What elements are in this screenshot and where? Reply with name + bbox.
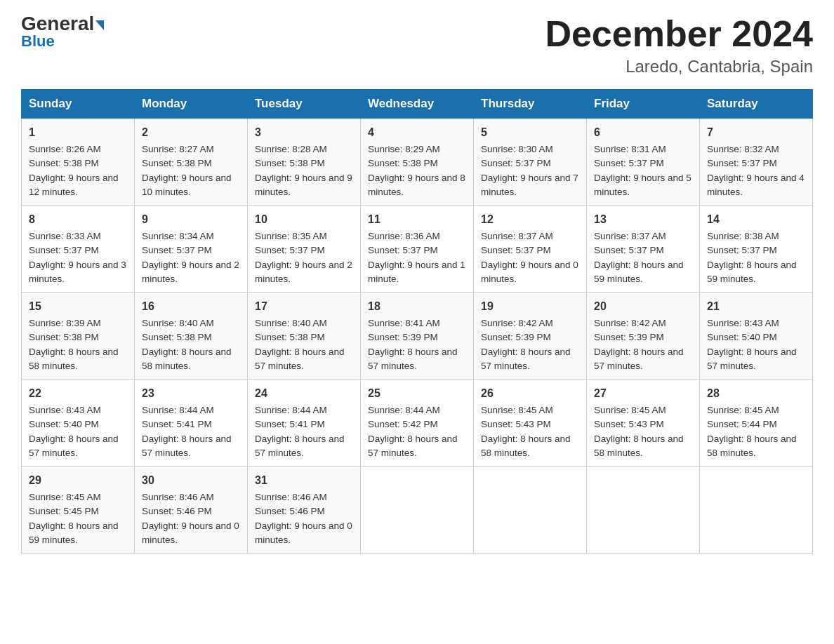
calendar-cell: 14Sunrise: 8:38 AMSunset: 5:37 PMDayligh… xyxy=(700,206,813,293)
daylight-text: Daylight: 8 hours and 57 minutes. xyxy=(481,347,571,371)
calendar-cell: 27Sunrise: 8:45 AMSunset: 5:43 PMDayligh… xyxy=(587,380,700,467)
sunset-text: Sunset: 5:37 PM xyxy=(481,158,551,168)
calendar-cell: 7Sunrise: 8:32 AMSunset: 5:37 PMDaylight… xyxy=(700,119,813,206)
daylight-text: Daylight: 9 hours and 0 minutes. xyxy=(255,521,352,545)
calendar-week-4: 22Sunrise: 8:43 AMSunset: 5:40 PMDayligh… xyxy=(22,380,813,467)
day-number: 25 xyxy=(368,385,466,402)
sunrise-text: Sunrise: 8:45 AM xyxy=(29,492,101,502)
day-number: 18 xyxy=(368,298,466,315)
daylight-text: Daylight: 9 hours and 9 minutes. xyxy=(255,173,352,197)
sunrise-text: Sunrise: 8:40 AM xyxy=(255,318,327,328)
daylight-text: Daylight: 9 hours and 4 minutes. xyxy=(707,173,805,197)
location-title: Laredo, Cantabria, Spain xyxy=(545,57,813,76)
daylight-text: Daylight: 8 hours and 59 minutes. xyxy=(29,521,119,545)
sunrise-text: Sunrise: 8:30 AM xyxy=(481,144,553,154)
calendar-cell xyxy=(361,467,474,554)
day-number: 9 xyxy=(142,211,240,228)
sunset-text: Sunset: 5:39 PM xyxy=(368,332,438,342)
sunrise-text: Sunrise: 8:45 AM xyxy=(481,405,553,415)
sunset-text: Sunset: 5:37 PM xyxy=(368,245,438,255)
daylight-text: Daylight: 8 hours and 59 minutes. xyxy=(707,260,797,284)
day-number: 13 xyxy=(594,211,692,228)
page-header: General Blue December 2024 Laredo, Canta… xyxy=(21,14,813,76)
sunset-text: Sunset: 5:39 PM xyxy=(594,332,664,342)
sunset-text: Sunset: 5:37 PM xyxy=(594,245,664,255)
sunrise-text: Sunrise: 8:37 AM xyxy=(594,231,666,241)
daylight-text: Daylight: 8 hours and 57 minutes. xyxy=(368,434,458,458)
sunrise-text: Sunrise: 8:44 AM xyxy=(368,405,440,415)
sunset-text: Sunset: 5:38 PM xyxy=(255,158,325,168)
sunrise-text: Sunrise: 8:45 AM xyxy=(707,405,779,415)
daylight-text: Daylight: 9 hours and 10 minutes. xyxy=(142,173,232,197)
daylight-text: Daylight: 9 hours and 2 minutes. xyxy=(142,260,239,284)
day-number: 31 xyxy=(255,472,353,489)
calendar-cell: 26Sunrise: 8:45 AMSunset: 5:43 PMDayligh… xyxy=(474,380,587,467)
day-number: 6 xyxy=(594,124,692,141)
calendar-cell: 16Sunrise: 8:40 AMSunset: 5:38 PMDayligh… xyxy=(135,293,248,380)
sunrise-text: Sunrise: 8:29 AM xyxy=(368,144,440,154)
sunset-text: Sunset: 5:37 PM xyxy=(142,245,212,255)
calendar-week-5: 29Sunrise: 8:45 AMSunset: 5:45 PMDayligh… xyxy=(22,467,813,554)
sunset-text: Sunset: 5:41 PM xyxy=(255,419,325,429)
month-title: December 2024 xyxy=(545,14,813,54)
header-tuesday: Tuesday xyxy=(248,90,361,119)
sunrise-text: Sunrise: 8:41 AM xyxy=(368,318,440,328)
logo-general: General xyxy=(21,14,104,34)
daylight-text: Daylight: 8 hours and 57 minutes. xyxy=(255,434,345,458)
sunrise-text: Sunrise: 8:40 AM xyxy=(142,318,214,328)
calendar-cell xyxy=(700,467,813,554)
calendar-cell: 25Sunrise: 8:44 AMSunset: 5:42 PMDayligh… xyxy=(361,380,474,467)
title-block: December 2024 Laredo, Cantabria, Spain xyxy=(545,14,813,76)
day-number: 17 xyxy=(255,298,353,315)
sunset-text: Sunset: 5:37 PM xyxy=(481,245,551,255)
sunset-text: Sunset: 5:38 PM xyxy=(142,332,212,342)
day-number: 26 xyxy=(481,385,579,402)
calendar-cell: 8Sunrise: 8:33 AMSunset: 5:37 PMDaylight… xyxy=(22,206,135,293)
sunset-text: Sunset: 5:40 PM xyxy=(29,419,99,429)
sunrise-text: Sunrise: 8:45 AM xyxy=(594,405,666,415)
calendar-header-row: SundayMondayTuesdayWednesdayThursdayFrid… xyxy=(22,90,813,119)
calendar-cell: 31Sunrise: 8:46 AMSunset: 5:46 PMDayligh… xyxy=(248,467,361,554)
daylight-text: Daylight: 9 hours and 2 minutes. xyxy=(255,260,352,284)
calendar-cell: 10Sunrise: 8:35 AMSunset: 5:37 PMDayligh… xyxy=(248,206,361,293)
day-number: 27 xyxy=(594,385,692,402)
calendar-cell: 1Sunrise: 8:26 AMSunset: 5:38 PMDaylight… xyxy=(22,119,135,206)
sunrise-text: Sunrise: 8:38 AM xyxy=(707,231,779,241)
day-number: 11 xyxy=(368,211,466,228)
calendar-week-1: 1Sunrise: 8:26 AMSunset: 5:38 PMDaylight… xyxy=(22,119,813,206)
header-monday: Monday xyxy=(135,90,248,119)
sunset-text: Sunset: 5:37 PM xyxy=(255,245,325,255)
day-number: 8 xyxy=(29,211,127,228)
calendar-cell: 4Sunrise: 8:29 AMSunset: 5:38 PMDaylight… xyxy=(361,119,474,206)
sunrise-text: Sunrise: 8:42 AM xyxy=(481,318,553,328)
calendar-cell: 6Sunrise: 8:31 AMSunset: 5:37 PMDaylight… xyxy=(587,119,700,206)
day-number: 21 xyxy=(707,298,805,315)
daylight-text: Daylight: 8 hours and 57 minutes. xyxy=(594,347,684,371)
sunset-text: Sunset: 5:42 PM xyxy=(368,419,438,429)
sunset-text: Sunset: 5:39 PM xyxy=(481,332,551,342)
logo-blue: Blue xyxy=(21,32,55,51)
calendar-cell: 13Sunrise: 8:37 AMSunset: 5:37 PMDayligh… xyxy=(587,206,700,293)
header-sunday: Sunday xyxy=(22,90,135,119)
calendar-cell: 12Sunrise: 8:37 AMSunset: 5:37 PMDayligh… xyxy=(474,206,587,293)
sunrise-text: Sunrise: 8:27 AM xyxy=(142,144,214,154)
calendar-cell: 22Sunrise: 8:43 AMSunset: 5:40 PMDayligh… xyxy=(22,380,135,467)
sunset-text: Sunset: 5:46 PM xyxy=(142,506,212,516)
sunrise-text: Sunrise: 8:36 AM xyxy=(368,231,440,241)
daylight-text: Daylight: 8 hours and 58 minutes. xyxy=(142,347,232,371)
calendar-cell xyxy=(587,467,700,554)
calendar-table: SundayMondayTuesdayWednesdayThursdayFrid… xyxy=(21,89,813,554)
sunrise-text: Sunrise: 8:39 AM xyxy=(29,318,101,328)
calendar-cell xyxy=(474,467,587,554)
day-number: 24 xyxy=(255,385,353,402)
day-number: 23 xyxy=(142,385,240,402)
daylight-text: Daylight: 8 hours and 58 minutes. xyxy=(707,434,797,458)
day-number: 2 xyxy=(142,124,240,141)
sunset-text: Sunset: 5:37 PM xyxy=(594,158,664,168)
header-wednesday: Wednesday xyxy=(361,90,474,119)
sunrise-text: Sunrise: 8:44 AM xyxy=(142,405,214,415)
day-number: 1 xyxy=(29,124,127,141)
logo-triangle-icon xyxy=(95,20,104,30)
calendar-cell: 28Sunrise: 8:45 AMSunset: 5:44 PMDayligh… xyxy=(700,380,813,467)
sunrise-text: Sunrise: 8:34 AM xyxy=(142,231,214,241)
